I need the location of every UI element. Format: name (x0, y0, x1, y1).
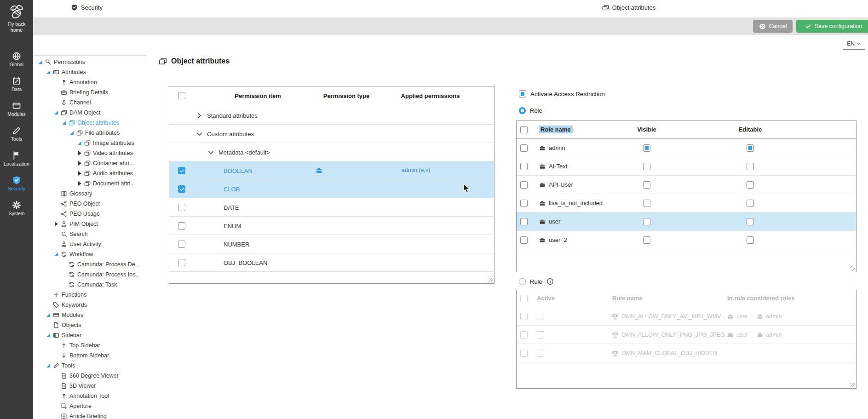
role-select-checkbox[interactable] (520, 144, 528, 152)
rule-active-checkbox[interactable] (537, 313, 544, 320)
editable-checkbox[interactable] (747, 218, 754, 225)
visible-checkbox[interactable] (643, 181, 650, 189)
tree-item-sidebar[interactable]: Sidebar (33, 330, 147, 340)
tree-item-file-attributes[interactable]: File attributes (33, 128, 147, 138)
save-configuration-button[interactable]: Save configuration (796, 20, 868, 33)
permission-row-obj-boolean[interactable]: OBJ_BOOLEAN (169, 253, 494, 272)
tree-item-document-attri[interactable]: Document attri.. (33, 178, 147, 189)
tree-item-user-activity[interactable]: User Activity (33, 239, 147, 249)
tree-expander-open[interactable] (53, 252, 60, 257)
tree-item-pim-object[interactable]: PIM Object (33, 219, 147, 229)
sidebar-item-localization[interactable]: Localization (0, 151, 33, 166)
role-row-user[interactable]: user (517, 212, 856, 231)
tree-item-peo-usage[interactable]: PEO Usage (33, 209, 147, 219)
permission-row-metadata-default[interactable]: Metadata <default> (169, 143, 494, 161)
resize-handle[interactable] (851, 383, 855, 387)
tree-item-modules[interactable]: Modules (33, 310, 147, 320)
rule-select-checkbox[interactable] (520, 350, 528, 357)
checkbox[interactable] (178, 185, 185, 193)
chevron-down-icon[interactable] (207, 149, 214, 156)
sidebar-item-modules[interactable]: Modules (0, 101, 33, 117)
rule-radio[interactable] (519, 278, 526, 285)
tree-expander-closed[interactable] (77, 171, 84, 176)
tree-item-dam-object[interactable]: DAM Object (33, 108, 147, 118)
tree-expander-closed[interactable] (77, 181, 84, 186)
visible-checkbox[interactable] (643, 200, 650, 207)
editable-checkbox[interactable] (747, 163, 754, 170)
role-select-checkbox[interactable] (520, 181, 528, 189)
permission-row-date[interactable]: DATE (169, 198, 494, 217)
tree-item-attributes[interactable]: Attributes (33, 67, 147, 77)
role-select-checkbox[interactable] (520, 200, 528, 207)
tree-item-channel[interactable]: Channel (33, 98, 147, 108)
tree-item-image-attributes[interactable]: Image attributes (33, 138, 147, 148)
tree-item-camunda-task[interactable]: Camunda: Task (33, 280, 147, 290)
checkbox[interactable] (178, 222, 185, 230)
tree-item-annotation-tool[interactable]: Annotation Tool (33, 391, 147, 401)
chevron-right-icon[interactable] (196, 112, 203, 119)
visible-checkbox[interactable] (643, 144, 650, 152)
sidebar-item-global[interactable]: Global (0, 52, 33, 67)
rule-select-all-checkbox[interactable] (520, 295, 528, 302)
tree-expander-open[interactable] (77, 140, 84, 146)
tree-item-container-attri[interactable]: Container attri... (33, 158, 147, 168)
role-row-lisa-is-not-included[interactable]: lisa_is_not_included (517, 194, 856, 212)
info-icon[interactable] (546, 278, 554, 285)
tree-item-annotation[interactable]: Annotation (33, 77, 147, 87)
tree-expander-open[interactable] (38, 59, 45, 65)
permission-row-boolean[interactable]: BOOLEANadmin (e,v) (169, 161, 494, 180)
tree-item-video-attributes[interactable]: Video attributes (33, 148, 147, 158)
tree-item-keywords[interactable]: Keywords (33, 300, 147, 310)
tree-item-object-attributes[interactable]: Object attributes (33, 118, 147, 128)
visible-checkbox[interactable] (643, 236, 650, 244)
rule-select-checkbox[interactable] (520, 313, 528, 320)
activate-access-restriction-checkbox[interactable] (519, 90, 526, 98)
sidebar-item-system[interactable]: System (0, 201, 33, 216)
checkbox[interactable] (178, 259, 185, 266)
tree-expander-open[interactable] (69, 130, 76, 136)
permission-row-clob[interactable]: CLOB (169, 180, 494, 198)
editable-checkbox[interactable] (747, 200, 754, 207)
checkbox[interactable] (178, 241, 185, 248)
tree-item-permissions[interactable]: Permissions (33, 57, 147, 67)
tree-item-peo-object[interactable]: PEO Object (33, 199, 147, 209)
tree-expander-closed[interactable] (53, 221, 60, 227)
tree-item-workflow[interactable]: Workflow (33, 249, 147, 259)
role-select-checkbox[interactable] (520, 218, 528, 225)
tree-expander-open[interactable] (53, 110, 60, 115)
select-all-checkbox[interactable] (178, 92, 185, 99)
permission-row-standard-attributes[interactable]: Standard attributes (169, 106, 494, 125)
sidebar-item-tools[interactable]: Tools (0, 126, 33, 142)
resize-handle[interactable] (851, 266, 855, 271)
editable-checkbox[interactable] (747, 144, 754, 152)
home-button[interactable]: Fly back home (0, 4, 33, 33)
tree-item-top-sidebar[interactable]: Top Sidebar (33, 340, 147, 350)
rule-select-checkbox[interactable] (520, 331, 528, 339)
cancel-button[interactable]: Cancel (753, 20, 793, 33)
tree-item-glossary[interactable]: Glossary (33, 189, 147, 199)
tree-item-functions[interactable]: Functions (33, 290, 147, 300)
tree-item-360-degree-viewer[interactable]: 360 Degree Viewer (33, 371, 147, 381)
tree-item-search[interactable]: Search (33, 229, 147, 239)
resize-handle[interactable] (489, 278, 493, 282)
role-radio[interactable] (519, 107, 526, 114)
role-select-all-checkbox[interactable] (520, 126, 528, 133)
visible-checkbox[interactable] (643, 163, 650, 170)
tree-item-camunda-process-de[interactable]: Camunda: Process De.. (33, 259, 147, 270)
role-row-api-user[interactable]: API-User (517, 176, 856, 194)
tree-expander-open[interactable] (46, 69, 52, 75)
tree-expander-closed[interactable] (77, 150, 84, 156)
tree-item-3d-viewer[interactable]: 3D Viewer (33, 381, 147, 391)
permission-row-enum[interactable]: ENUM (169, 217, 494, 235)
tree-item-article-briefing[interactable]: Article Briefing (33, 411, 147, 419)
chevron-down-icon[interactable] (196, 131, 203, 138)
permission-row-custom-attributes[interactable]: Custom attributes (169, 125, 494, 143)
visible-checkbox[interactable] (643, 218, 650, 225)
role-row-admin[interactable]: admin (517, 139, 856, 157)
permission-row-number[interactable]: NUMBER (169, 235, 494, 253)
tree-item-briefing-details[interactable]: Briefing Details (33, 87, 147, 98)
editable-checkbox[interactable] (747, 236, 754, 244)
rule-active-checkbox[interactable] (537, 350, 544, 357)
checkbox[interactable] (178, 167, 185, 174)
tree-expander-open[interactable] (46, 363, 52, 368)
